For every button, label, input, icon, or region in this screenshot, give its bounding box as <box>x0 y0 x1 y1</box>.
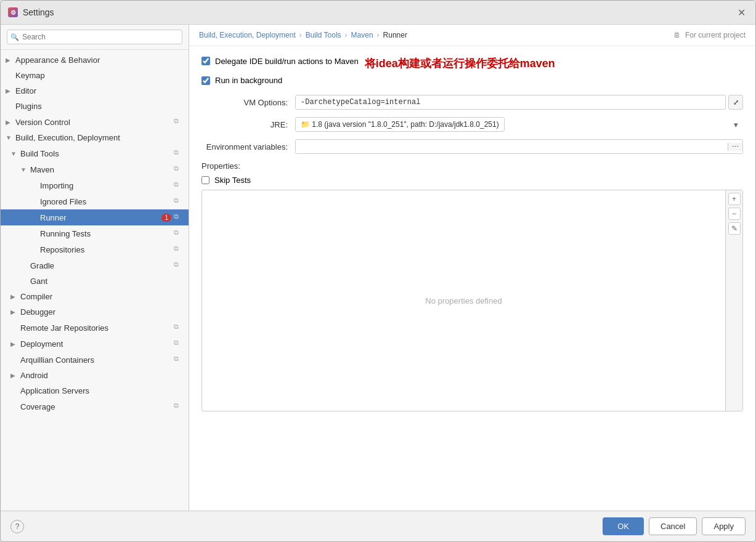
sidebar-item-label: Android <box>20 371 184 380</box>
properties-section: Properties: Skip Tests No properties def… <box>201 161 743 411</box>
sidebar-item-build-exec-deploy[interactable]: ▼ Build, Execution, Deployment <box>1 130 189 145</box>
arrow-icon: ▼ <box>10 150 20 157</box>
remove-property-button[interactable]: − <box>728 208 741 220</box>
ext-icon: ⧉ <box>174 402 184 411</box>
sidebar-item-arquillian[interactable]: Arquillian Containers ⧉ <box>1 352 189 368</box>
sidebar-item-android[interactable]: ▶ Android <box>1 368 189 383</box>
env-vars-edit-button[interactable]: ⋯ <box>728 143 742 151</box>
sidebar-item-remote-jar-repos[interactable]: Remote Jar Repositories ⧉ <box>1 320 189 336</box>
ext-icon: ⧉ <box>174 229 184 238</box>
sidebar-item-label: Keymap <box>15 71 184 80</box>
sidebar-item-running-tests[interactable]: Running Tests ⧉ <box>1 225 189 241</box>
skip-tests-checkbox[interactable] <box>201 176 209 184</box>
sidebar-item-plugins[interactable]: Plugins <box>1 99 189 114</box>
ext-icon: ⧉ <box>174 212 184 222</box>
sidebar-item-label: Coverage <box>20 402 171 411</box>
sidebar-item-coverage[interactable]: Coverage ⧉ <box>1 398 189 415</box>
search-wrapper <box>7 30 182 44</box>
sidebar-item-label: Compiler <box>20 292 184 301</box>
properties-empty-text: No properties defined <box>202 190 725 411</box>
sidebar-item-label: Gradle <box>30 261 171 270</box>
arrow-icon: ▶ <box>10 341 20 347</box>
sidebar-item-maven[interactable]: ▼ Maven ⧉ <box>1 161 189 177</box>
bottom-bar: ? OK Cancel Apply <box>1 511 755 541</box>
sidebar-item-compiler[interactable]: ▶ Compiler <box>1 289 189 304</box>
vm-options-expand-button[interactable]: ⤢ <box>728 95 743 110</box>
title-bar: ⚙ Settings ✕ <box>1 1 755 25</box>
env-vars-input[interactable] <box>296 140 728 153</box>
breadcrumb-maven[interactable]: Maven <box>351 31 373 39</box>
sidebar-item-keymap[interactable]: Keymap <box>1 68 189 83</box>
sidebar-item-app-servers[interactable]: Application Servers <box>1 383 189 398</box>
arrow-icon: ▼ <box>20 166 30 173</box>
ok-button[interactable]: OK <box>603 517 644 535</box>
breadcrumb-build-tools[interactable]: Build Tools <box>306 31 341 39</box>
arrow-icon: ▶ <box>10 293 20 300</box>
run-background-checkbox[interactable] <box>201 76 210 85</box>
breadcrumb: Build, Execution, Deployment › Build Too… <box>189 25 755 46</box>
title-bar-left: ⚙ Settings <box>8 7 54 17</box>
skip-tests-label: Skip Tests <box>214 176 251 185</box>
ext-icon: ⧉ <box>174 180 184 190</box>
current-project-label: 🗎 For current project <box>673 31 746 39</box>
badge: 1 <box>161 214 171 222</box>
sidebar-item-label: Editor <box>15 86 184 95</box>
breadcrumb-build-exec[interactable]: Build, Execution, Deployment <box>199 31 296 39</box>
ext-icon: ⧉ <box>174 261 184 270</box>
arrow-icon: ▶ <box>10 372 20 379</box>
arrow-icon: ▶ <box>6 57 15 63</box>
sidebar-item-label: Deployment <box>20 339 171 349</box>
sidebar-item-runner[interactable]: Runner 1 ⧉ <box>1 209 189 225</box>
jre-row: JRE: 📁 1.8 (java version "1.8.0_251", pa… <box>201 117 743 132</box>
close-button[interactable]: ✕ <box>734 6 748 19</box>
project-icon: 🗎 <box>673 31 681 39</box>
breadcrumb-sep-3: › <box>377 31 380 39</box>
sidebar-item-ignored-files[interactable]: Ignored Files ⧉ <box>1 193 189 209</box>
delegate-label: Delegate IDE build/run actions to Maven <box>215 57 359 66</box>
sidebar-item-gant[interactable]: Gant <box>1 273 189 289</box>
help-button[interactable]: ? <box>10 520 24 533</box>
ext-icon: ⧉ <box>174 164 184 174</box>
nav-tree: ▶ Appearance & Behavior Keymap ▶ Editor … <box>1 50 189 511</box>
ext-icon: ⧉ <box>174 339 184 349</box>
cancel-button[interactable]: Cancel <box>649 517 697 535</box>
ext-icon: ⧉ <box>174 117 184 127</box>
sidebar-item-label: Version Control <box>15 118 171 127</box>
sidebar-item-gradle[interactable]: Gradle ⧉ <box>1 257 189 273</box>
sidebar-item-label: Build Tools <box>20 149 171 158</box>
settings-panel: Delegate IDE build/run actions to Maven … <box>189 46 755 511</box>
app-icon: ⚙ <box>8 7 18 17</box>
delegate-checkbox-row: Delegate IDE build/run actions to Maven <box>201 57 359 66</box>
sidebar-item-deployment[interactable]: ▶ Deployment ⧉ <box>1 336 189 352</box>
delegate-checkbox[interactable] <box>201 57 210 65</box>
properties-toolbar: + − ✎ <box>725 190 742 411</box>
breadcrumb-sep-2: › <box>345 31 348 39</box>
vm-options-input-wrapper: ⤢ <box>295 95 743 110</box>
sidebar-item-label: Appearance & Behavior <box>15 55 184 65</box>
vm-options-row: VM Options: ⤢ <box>201 95 743 110</box>
bottom-buttons: OK Cancel Apply <box>603 517 746 535</box>
annotation-text: 将idea构建或者运行操作委托给maven <box>365 56 555 71</box>
jre-dropdown[interactable]: 📁 1.8 (java version "1.8.0_251", path: D… <box>295 117 505 132</box>
sidebar-item-label: Maven <box>30 165 171 174</box>
sidebar-item-importing[interactable]: Importing ⧉ <box>1 177 189 193</box>
sidebar-item-repositories[interactable]: Repositories ⧉ <box>1 241 189 257</box>
main-content: Build, Execution, Deployment › Build Too… <box>189 25 755 511</box>
sidebar-item-build-tools[interactable]: ▼ Build Tools ⧉ <box>1 145 189 161</box>
sidebar: ▶ Appearance & Behavior Keymap ▶ Editor … <box>1 25 189 511</box>
apply-button[interactable]: Apply <box>702 517 746 535</box>
search-input[interactable] <box>7 30 182 44</box>
vm-options-input[interactable] <box>295 95 726 110</box>
vm-options-label: VM Options: <box>201 98 288 107</box>
ext-icon: ⧉ <box>174 196 184 206</box>
sidebar-item-appearance[interactable]: ▶ Appearance & Behavior <box>1 52 189 68</box>
sidebar-item-editor[interactable]: ▶ Editor <box>1 83 189 99</box>
sidebar-item-label: Arquillian Containers <box>20 355 171 365</box>
edit-property-button[interactable]: ✎ <box>728 222 741 235</box>
sidebar-item-debugger[interactable]: ▶ Debugger <box>1 304 189 320</box>
add-property-button[interactable]: + <box>728 193 741 205</box>
sidebar-item-label: Remote Jar Repositories <box>20 323 171 333</box>
sidebar-item-version-control[interactable]: ▶ Version Control ⧉ <box>1 114 189 130</box>
env-input-wrapper: ⋯ <box>295 139 743 154</box>
settings-dialog: ⚙ Settings ✕ ▶ Appearance & Behavior Key… <box>0 0 756 542</box>
